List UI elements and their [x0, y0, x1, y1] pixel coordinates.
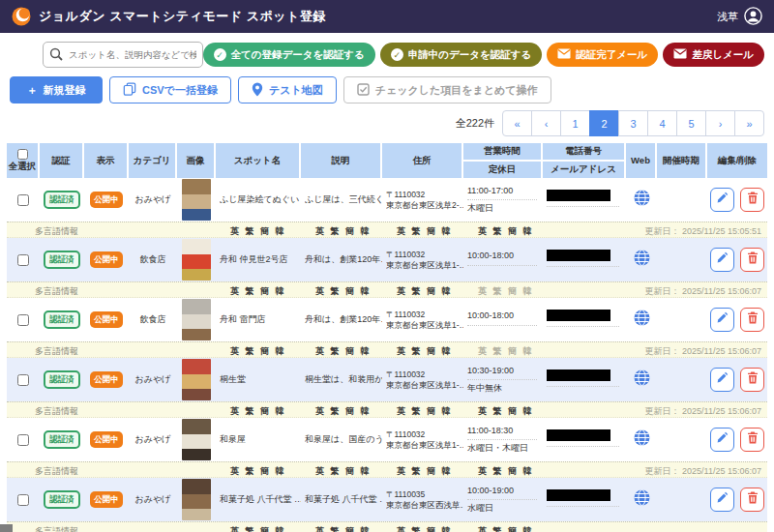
verify-all-button[interactable]: ✓ 全ての登録データを認証する — [203, 43, 375, 67]
lang-status-name: 英 繁 簡 韓 — [230, 465, 286, 478]
page-button-3[interactable]: 1 — [560, 110, 590, 136]
trash-icon — [747, 192, 759, 207]
app-bar: ジョルダン スマートシティモード スポット登録 浅草 — [0, 0, 774, 33]
horizontal-scrollbar-thumb[interactable] — [0, 524, 13, 532]
edit-button[interactable] — [710, 188, 734, 212]
delete-button[interactable] — [740, 248, 764, 272]
visibility-status-badge: 公開中 — [90, 491, 123, 508]
page-button-2[interactable]: ‹ — [531, 110, 561, 136]
spot-photo — [182, 299, 211, 340]
address: 東京都台東区浅草1-… — [386, 320, 463, 331]
delete-button[interactable] — [740, 428, 764, 452]
globe-icon[interactable] — [634, 250, 650, 269]
page-button-8[interactable]: › — [705, 110, 735, 136]
return-mail-button[interactable]: 差戻しメール — [663, 43, 764, 67]
address: 東京都台東区浅草1-… — [386, 380, 463, 391]
spot-name: 舟和 仲見世2号店 — [220, 254, 301, 265]
page-button-4[interactable]: 2 — [589, 110, 619, 136]
page: ジョルダン スマートシティモード スポット登録 浅草 — [0, 0, 774, 532]
edit-button[interactable] — [710, 428, 734, 452]
updated-at: 更新日： 2025/11/25 15:05:51 — [645, 225, 761, 238]
page-button-5[interactable]: 3 — [618, 110, 648, 136]
table-row: 認証済 公開中 飲食店 舟和 雷門店 舟和は、創業120年… 〒1110032 … — [7, 298, 767, 358]
spot-name: 和菓子処 八千代堂 … — [220, 494, 301, 505]
delete-button[interactable] — [740, 368, 764, 392]
auth-status-badge: 認証済 — [44, 191, 80, 209]
closed-day: 年中無休 — [467, 383, 502, 394]
globe-icon[interactable] — [634, 429, 650, 449]
globe-icon[interactable] — [634, 489, 650, 509]
row-checkbox[interactable] — [17, 374, 29, 386]
jorudan-logo-icon — [12, 7, 31, 26]
edit-button[interactable] — [710, 488, 734, 512]
multilang-sub-row: 多言語情報 英 繁 簡 韓 英 繁 簡 韓 英 繁 簡 韓 英 繁 簡 韓 更新… — [7, 222, 767, 238]
csv-bulk-upload-button[interactable]: CSVで一括登録 — [109, 76, 231, 103]
edit-button[interactable] — [710, 248, 734, 272]
header-web: Web — [626, 143, 657, 178]
pencil-icon — [716, 431, 729, 447]
closed-day: 水曜日 — [467, 503, 493, 514]
multilang-sub-row: 多言語情報 英 繁 簡 韓 英 繁 簡 韓 英 繁 簡 韓 英 繁 簡 韓 更新… — [7, 281, 767, 298]
updated-timestamp: 2025/11/25 15:05:51 — [682, 226, 761, 236]
lang-status-desc: 英 繁 簡 韓 — [315, 345, 372, 358]
table-row: 認証済 公開中 飲食店 舟和 仲見世2号店 舟和は、創業120年… 〒11100… — [7, 238, 767, 298]
visibility-status-badge: 公開中 — [90, 192, 123, 208]
pagination: «‹12345›» — [502, 110, 764, 136]
spots-table: 全選択 認証 表示 カテゴリ 画像 スポット名 説明 住所 営業時間 定休日 電… — [7, 143, 767, 532]
updated-at: 更新日： 2025/11/25 15:06:07 — [645, 465, 761, 478]
page-button-9[interactable]: » — [734, 110, 764, 136]
closed-day: 木曜日 — [467, 203, 493, 214]
row-checkbox[interactable] — [17, 434, 29, 446]
lang-status-desc: 英 繁 簡 韓 — [315, 465, 372, 478]
globe-icon[interactable] — [634, 310, 650, 329]
spot-photo — [182, 419, 211, 460]
delete-button[interactable] — [740, 308, 764, 332]
table-row: 認証済 公開中 おみやげ 和泉屋 和泉屋は、国産のう… 〒1110032 東京都… — [7, 418, 767, 478]
page-button-1[interactable]: « — [502, 110, 532, 136]
globe-icon[interactable] — [634, 369, 650, 389]
row-checkbox[interactable] — [17, 314, 29, 326]
verify-pending-button[interactable]: ✓ 申請中のデータを認証する — [380, 43, 542, 67]
edit-button[interactable] — [710, 368, 734, 392]
search-icon — [49, 47, 63, 65]
lang-status-name: 英 繁 簡 韓 — [230, 345, 286, 358]
page-title: ジョルダン スマートシティモード スポット登録 — [39, 8, 326, 25]
globe-icon[interactable] — [634, 190, 650, 209]
address: 東京都台東区浅草2-… — [386, 200, 463, 211]
spot-description: 和菓子処 八千代堂 … — [305, 494, 382, 505]
pencil-icon — [716, 251, 729, 267]
header-category: カテゴリ — [129, 143, 177, 178]
delete-button[interactable] — [740, 488, 764, 512]
bulk-operation-button[interactable]: チェックした項目をまとめて操作 — [343, 76, 551, 103]
header-phone-mail: 電話番号 メールアドレス — [543, 143, 626, 178]
multilang-label: 多言語情報 — [35, 345, 78, 358]
test-map-button[interactable]: テスト地図 — [238, 76, 337, 103]
verified-mail-button[interactable]: 認証完了メール — [547, 43, 658, 67]
spot-description: 舟和は、創業120年… — [305, 314, 382, 325]
delete-button[interactable] — [740, 188, 764, 212]
row-checkbox[interactable] — [17, 494, 29, 506]
select-all-checkbox[interactable] — [17, 149, 28, 160]
user-avatar-icon[interactable] — [744, 7, 762, 27]
row-checkbox[interactable] — [17, 254, 29, 266]
header-address: 住所 — [382, 143, 463, 178]
search-input[interactable] — [43, 42, 203, 68]
business-hours: 10:30-19:00 — [467, 366, 514, 376]
pencil-icon — [716, 371, 729, 387]
auth-status-badge: 認証済 — [44, 370, 80, 389]
multilang-label: 多言語情報 — [35, 285, 78, 298]
page-button-6[interactable]: 4 — [647, 110, 677, 136]
postal-code: 〒1110035 — [386, 489, 463, 500]
pencil-icon — [716, 491, 729, 507]
map-pin-icon — [252, 82, 263, 99]
new-registration-button[interactable]: ＋ 新規登録 — [10, 76, 103, 103]
spot-photo — [182, 179, 211, 221]
multilang-sub-row: 多言語情報 英 繁 簡 韓 英 繁 簡 韓 英 繁 簡 韓 英 繁 簡 韓 更新… — [7, 461, 767, 478]
table-row: 認証済 公開中 おみやげ ふじ屋染絵てぬぐい … ふじ屋は、三代続く… 〒111… — [7, 178, 767, 238]
category-label: 飲食店 — [140, 314, 166, 325]
page-button-7[interactable]: 5 — [676, 110, 706, 136]
visibility-status-badge: 公開中 — [90, 371, 123, 388]
lang-status-addr: 英 繁 簡 韓 — [397, 225, 453, 238]
row-checkbox[interactable] — [17, 194, 29, 206]
edit-button[interactable] — [710, 308, 734, 332]
